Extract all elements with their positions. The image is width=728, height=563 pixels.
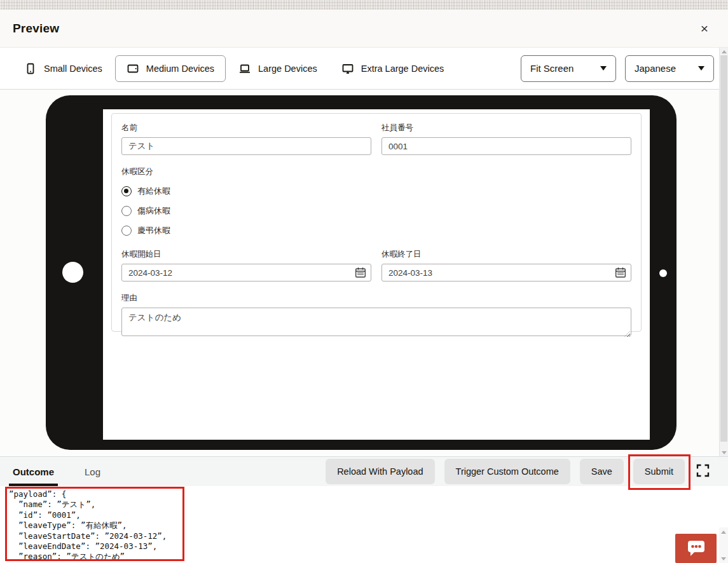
employee-id-input[interactable] bbox=[381, 137, 631, 155]
radio-option-sick-leave[interactable]: 傷病休暇 bbox=[121, 205, 631, 217]
language-select[interactable]: Japanese bbox=[625, 55, 714, 82]
reload-with-payload-button[interactable]: Reload With Payload bbox=[326, 459, 434, 484]
radio-unselected-icon bbox=[121, 206, 132, 216]
leave-type-label: 休暇区分 bbox=[121, 166, 631, 177]
chat-icon bbox=[686, 539, 706, 559]
leave-end-label: 休暇終了日 bbox=[381, 249, 631, 260]
payload-scrollbar[interactable] bbox=[719, 527, 728, 563]
zoom-select[interactable]: Fit Screen bbox=[521, 55, 616, 82]
outcome-bar: Outcome Log Reload With Payload Trigger … bbox=[0, 456, 728, 486]
scrollbar-vertical[interactable] bbox=[719, 48, 728, 456]
radio-option-label: 有給休暇 bbox=[137, 186, 170, 197]
close-button[interactable]: × bbox=[694, 18, 715, 39]
payload-line: ”name”: ”テスト”, bbox=[9, 499, 167, 510]
submit-button[interactable]: Submit bbox=[633, 459, 685, 484]
tab-outcome[interactable]: Outcome bbox=[9, 457, 58, 486]
device-button-label: Extra Large Devices bbox=[361, 64, 444, 74]
device-toolbar: Small Devices Medium Devices Large Devic… bbox=[0, 48, 728, 90]
radio-unselected-icon bbox=[121, 226, 132, 236]
payload-line: ”id”: ”0001”, bbox=[9, 510, 167, 520]
leave-start-label: 休暇開始日 bbox=[121, 249, 371, 260]
radio-selected-icon bbox=[121, 186, 132, 196]
scrollbar-down-arrow[interactable] bbox=[720, 449, 728, 456]
device-button-label: Large Devices bbox=[258, 64, 317, 74]
device-button-extra-large[interactable]: Extra Large Devices bbox=[330, 55, 456, 82]
monitor-icon bbox=[341, 62, 354, 75]
tab-label: Outcome bbox=[13, 466, 54, 477]
device-button-label: Medium Devices bbox=[146, 64, 214, 74]
outcome-actions: Reload With Payload Trigger Custom Outco… bbox=[326, 459, 711, 484]
reason-textarea-wrap: テストのため bbox=[121, 308, 631, 339]
dialog-header: Preview × bbox=[0, 10, 728, 48]
radio-option-label: 傷病休暇 bbox=[137, 205, 170, 217]
payload-output: ”payload”: { ”name”: ”テスト”, ”id”: ”0001”… bbox=[9, 489, 167, 562]
tablet-home-button bbox=[62, 262, 83, 283]
device-button-medium[interactable]: Medium Devices bbox=[115, 55, 226, 82]
fullscreen-icon bbox=[696, 463, 710, 480]
radio-option-paid-leave[interactable]: 有給休暇 bbox=[121, 186, 631, 197]
device-button-large[interactable]: Large Devices bbox=[227, 55, 329, 82]
zoom-select-value: Fit Screen bbox=[530, 63, 573, 74]
tablet-icon bbox=[127, 62, 139, 75]
toolbar-right-group: Fit Screen Japanese bbox=[521, 55, 714, 82]
close-icon: × bbox=[701, 21, 708, 36]
reason-field: 理由 テストのため bbox=[121, 293, 631, 339]
leave-request-form: 名前 社員番号 休暇区分 有給休暇 bbox=[111, 113, 642, 332]
payload-scrollbar-down-arrow[interactable] bbox=[719, 555, 728, 562]
leave-type-group: 休暇区分 有給休暇 傷病休暇 慶弔休暇 bbox=[121, 166, 631, 236]
page-title: Preview bbox=[13, 22, 59, 36]
leave-start-calendar-button[interactable] bbox=[354, 267, 367, 278]
tablet-screen: 名前 社員番号 休暇区分 有給休暇 bbox=[103, 109, 650, 440]
scrollbar-thumb[interactable] bbox=[720, 55, 727, 442]
laptop-icon bbox=[238, 62, 251, 75]
payload-line: ”leaveType”: ”有給休暇”, bbox=[9, 520, 167, 531]
save-button[interactable]: Save bbox=[580, 459, 624, 484]
language-select-value: Japanese bbox=[635, 63, 676, 74]
employee-id-field-label: 社員番号 bbox=[381, 123, 631, 133]
device-button-small[interactable]: Small Devices bbox=[13, 55, 114, 82]
scrollbar-up-arrow[interactable] bbox=[720, 48, 728, 55]
payload-line: ”leaveEndDate”: ”2024-03-13”, bbox=[9, 541, 167, 552]
tablet-frame: 名前 社員番号 休暇区分 有給休暇 bbox=[46, 95, 676, 450]
device-button-label: Small Devices bbox=[44, 64, 102, 74]
leave-end-calendar-button[interactable] bbox=[614, 267, 627, 278]
reason-label: 理由 bbox=[121, 293, 631, 304]
fullscreen-button[interactable] bbox=[694, 462, 711, 481]
submit-button-wrap: Submit bbox=[633, 459, 685, 484]
calendar-icon bbox=[355, 271, 366, 280]
preview-stage: 名前 社員番号 休暇区分 有給休暇 bbox=[0, 90, 728, 456]
radio-option-condolence-leave[interactable]: 慶弔休暇 bbox=[121, 225, 631, 236]
phone-icon bbox=[24, 62, 37, 75]
tab-label: Log bbox=[85, 466, 100, 477]
name-input[interactable] bbox=[121, 137, 371, 155]
leave-end-field: 休暇終了日 bbox=[381, 249, 631, 282]
radio-option-label: 慶弔休暇 bbox=[137, 225, 170, 236]
tablet-camera-dot bbox=[659, 269, 667, 277]
chat-assistant-button[interactable] bbox=[675, 534, 717, 563]
reason-textarea[interactable]: テストのため bbox=[121, 308, 631, 336]
background-texture bbox=[0, 0, 728, 10]
name-field-label: 名前 bbox=[121, 123, 371, 133]
outcome-panel: ”payload”: { ”name”: ”テスト”, ”id”: ”0001”… bbox=[0, 486, 728, 563]
tab-log[interactable]: Log bbox=[81, 457, 104, 486]
payload-line: ”reason”: ”テストのため” bbox=[9, 552, 167, 562]
chevron-down-icon bbox=[600, 66, 607, 71]
payload-line: ”leaveStartDate”: ”2024-03-12”, bbox=[9, 531, 167, 541]
leave-start-field: 休暇開始日 bbox=[121, 249, 371, 282]
payload-line: ”payload”: { bbox=[9, 489, 167, 499]
name-field: 名前 bbox=[121, 123, 371, 155]
leave-start-input[interactable] bbox=[121, 264, 371, 282]
chevron-down-icon bbox=[698, 66, 704, 71]
payload-scrollbar-up-arrow[interactable] bbox=[719, 529, 728, 535]
calendar-icon bbox=[615, 271, 626, 280]
employee-id-field: 社員番号 bbox=[381, 123, 631, 155]
leave-end-input[interactable] bbox=[381, 264, 631, 282]
trigger-custom-outcome-button[interactable]: Trigger Custom Outcome bbox=[444, 459, 570, 484]
